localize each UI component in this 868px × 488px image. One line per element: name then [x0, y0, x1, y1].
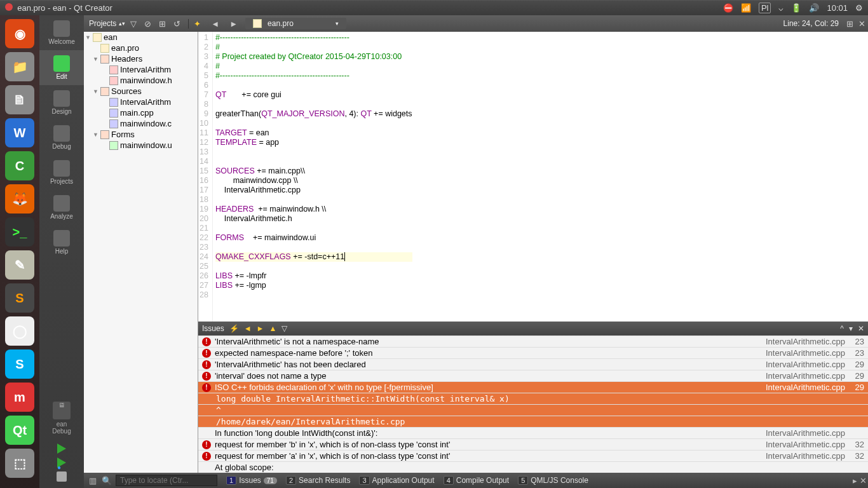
- tree-item[interactable]: mainwindow.h: [84, 75, 198, 86]
- issue-detail: long double IntervalArithmetic::IntWidth…: [198, 393, 868, 404]
- pane-issues[interactable]: 1Issues71: [222, 476, 281, 485]
- skype-icon[interactable]: S: [5, 349, 34, 379]
- system-tray: ⛔ 📶 Pl ⌵ 🔋 🔊 10:01 ⚙: [723, 3, 863, 13]
- writer-icon[interactable]: W: [5, 118, 34, 147]
- tree-item[interactable]: ▼Sources: [84, 86, 198, 97]
- close-bar-icon[interactable]: ✕: [858, 476, 868, 485]
- tree-item[interactable]: ▼Forms: [84, 129, 198, 140]
- debug-run-button[interactable]: ●: [57, 458, 66, 468]
- bluetooth-icon[interactable]: ⌵: [778, 3, 783, 13]
- link-icon[interactable]: ⊘: [142, 19, 154, 29]
- pane-application-output[interactable]: 3Application Output: [355, 476, 438, 485]
- mode-help[interactable]: Help: [39, 225, 84, 260]
- kit-selector[interactable]: 🖥eanDebug: [39, 399, 84, 437]
- close-editor-icon[interactable]: ✕: [856, 19, 868, 29]
- mode-welcome[interactable]: Welcome: [39, 15, 84, 50]
- file-tab[interactable]: ean.pro ▾: [245, 18, 346, 29]
- issue-row[interactable]: In function 'long double IntWidth(const …: [198, 427, 868, 438]
- issues-header: Issues ⚡ ◄ ► ▲ ▽ ^ ▾ ✕: [198, 322, 868, 336]
- tree-item[interactable]: IntervalArithm: [84, 97, 198, 107]
- mode-analyze[interactable]: Analyze: [39, 190, 84, 225]
- network-icon[interactable]: ⛔: [723, 3, 733, 13]
- forward-icon[interactable]: ►: [227, 19, 240, 29]
- collapse-icon[interactable]: ^: [840, 324, 844, 333]
- editor-toolbar: Projects▴▾ ▽ ⊘ ⊞ ↺ ✦ ◄ ► ean.pro ▾ L: [84, 15, 868, 32]
- chrome-icon[interactable]: ◯: [5, 316, 34, 346]
- terminal-icon[interactable]: >_: [5, 217, 34, 247]
- code-text[interactable]: #---------------------------------------…: [213, 32, 415, 322]
- next-icon[interactable]: ►: [257, 324, 264, 333]
- issue-row[interactable]: !expected namespace-name before ';' toke…: [198, 347, 868, 358]
- issue-row[interactable]: At global scope:: [198, 461, 868, 473]
- pane-qml/js-console[interactable]: 5QML/JS Console: [514, 476, 592, 485]
- file-tab-label: ean.pro: [268, 19, 294, 28]
- tree-item[interactable]: ean.pro: [84, 43, 198, 53]
- issue-row[interactable]: !request for member 'a' in 'x', which is…: [198, 450, 868, 461]
- calc-icon[interactable]: C: [5, 151, 34, 180]
- files2-icon[interactable]: 🗎: [5, 85, 34, 114]
- search-icon[interactable]: 🔍: [100, 476, 113, 485]
- clear-icon[interactable]: ⚡: [229, 324, 239, 333]
- session-icon[interactable]: ⚙: [855, 3, 863, 13]
- battery-icon[interactable]: 🔋: [791, 3, 801, 13]
- unity-launcher: ◉ 📁 🗎 W C 🦊 >_ ✎ S ◯ S m Qt ⬚: [0, 15, 39, 488]
- mode-debug[interactable]: Debug: [39, 120, 84, 155]
- issue-row[interactable]: !'IntervalArithmetic' has not been decla…: [198, 358, 868, 370]
- tree-item[interactable]: main.cpp: [84, 107, 198, 118]
- issue-row[interactable]: !'interval' does not name a typeInterval…: [198, 370, 868, 381]
- locator-input[interactable]: [116, 475, 217, 486]
- issues-title: Issues: [202, 324, 224, 333]
- code-editor[interactable]: 1234567891011121314151617181920212223242…: [198, 32, 868, 473]
- volume-icon[interactable]: 🔊: [809, 3, 819, 13]
- tree-item[interactable]: ▼Headers: [84, 53, 198, 64]
- tree-item[interactable]: mainwindow.u: [84, 140, 198, 151]
- issue-row[interactable]: !'IntervalArithmetic' is not a namespace…: [198, 336, 868, 347]
- dash-icon[interactable]: ◉: [5, 19, 34, 48]
- issue-detail: ^: [198, 404, 868, 416]
- issues-list[interactable]: !'IntervalArithmetic' is not a namespace…: [198, 336, 868, 473]
- sublime-icon[interactable]: S: [5, 283, 34, 313]
- app2-icon[interactable]: ⬚: [5, 449, 34, 478]
- line-gutter: 1234567891011121314151617181920212223242…: [198, 32, 213, 322]
- files-icon[interactable]: 📁: [5, 52, 34, 81]
- firefox-icon[interactable]: 🦊: [5, 184, 34, 214]
- tree-item[interactable]: ▼ean: [84, 32, 198, 43]
- back-icon[interactable]: ◄: [208, 19, 222, 29]
- build-button[interactable]: [57, 471, 67, 482]
- warn-filter-icon[interactable]: ▲: [269, 324, 276, 333]
- close-panel-icon[interactable]: ✕: [858, 324, 864, 333]
- toggle-sidebar-icon[interactable]: ▥: [88, 476, 98, 485]
- tree-item[interactable]: IntervalArithm: [84, 64, 198, 75]
- prev-icon[interactable]: ◄: [244, 324, 252, 333]
- project-selector[interactable]: Projects▴▾ ▽ ⊘ ⊞ ↺: [84, 19, 189, 29]
- qtcreator-icon[interactable]: Qt: [5, 416, 34, 445]
- filter2-icon[interactable]: ▽: [281, 324, 287, 333]
- tree-item[interactable]: mainwindow.c: [84, 118, 198, 129]
- split-icon[interactable]: ⊞: [156, 19, 168, 29]
- mode-projects[interactable]: Projects: [39, 155, 84, 190]
- mode-edit[interactable]: Edit: [39, 50, 84, 85]
- pane-search-results[interactable]: 2Search Results: [282, 476, 355, 485]
- expand-icon[interactable]: ▸: [851, 476, 858, 485]
- run-button[interactable]: [57, 444, 66, 454]
- mode-design[interactable]: Design: [39, 85, 84, 120]
- note-icon[interactable]: ✎: [5, 250, 34, 280]
- minimize-icon[interactable]: ▾: [849, 324, 853, 333]
- app-icon[interactable]: m: [5, 383, 34, 412]
- issue-row[interactable]: !ISO C++ forbids declaration of 'x' with…: [198, 381, 868, 393]
- issue-row[interactable]: !request for member 'b' in 'x', which is…: [198, 438, 868, 450]
- close-icon[interactable]: [5, 3, 13, 11]
- split-editor-icon[interactable]: ⊞: [844, 19, 856, 29]
- clock[interactable]: 10:01: [827, 3, 848, 13]
- window-titlebar: ean.pro - ean - Qt Creator ⛔ 📶 Pl ⌵ 🔋 🔊 …: [0, 0, 868, 15]
- sync-icon[interactable]: ↺: [171, 19, 183, 29]
- cursor-position: Line: 24, Col: 29: [778, 19, 844, 28]
- filter-icon[interactable]: ▽: [128, 19, 139, 29]
- window-title: ean.pro - ean - Qt Creator: [17, 3, 112, 13]
- new-icon[interactable]: ✦: [191, 19, 203, 29]
- file-icon: [253, 19, 262, 28]
- wifi-icon[interactable]: 📶: [741, 3, 751, 13]
- lang-indicator[interactable]: Pl: [759, 3, 771, 13]
- pane-compile-output[interactable]: 4Compile Output: [440, 476, 513, 485]
- project-tree[interactable]: ▼eanean.pro▼HeadersIntervalArithmmainwin…: [84, 32, 198, 473]
